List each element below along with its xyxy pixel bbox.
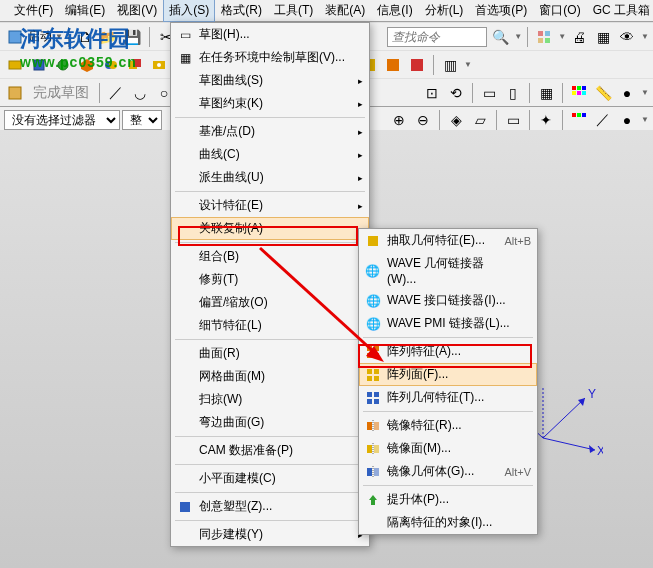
wave-icon: 🌐 (365, 293, 381, 309)
insert-sweep[interactable]: 扫掠(W)▸ (171, 388, 369, 411)
menu-tools[interactable]: 工具(T) (268, 0, 319, 22)
feature-icon[interactable] (4, 54, 26, 76)
submenu-pattern-face[interactable]: 阵列面(F)... (359, 363, 537, 386)
svg-rect-57 (367, 468, 372, 476)
view-fit-icon[interactable]: ⊡ (421, 82, 443, 104)
mirror-feature-icon (365, 418, 381, 434)
submenu-wave-pmi-linker[interactable]: 🌐WAVE PMI 链接器(L)... (359, 312, 537, 335)
svg-rect-3 (538, 38, 543, 43)
insert-trim[interactable]: 修剪(T)▸ (171, 268, 369, 291)
insert-combine[interactable]: 组合(B)▸ (171, 245, 369, 268)
insert-detail-feature[interactable]: 细节特征(L)▸ (171, 314, 369, 337)
insert-flange-surface[interactable]: 弯边曲面(G)▸ (171, 411, 369, 434)
insert-derived-curve[interactable]: 派生曲线(U)▸ (171, 166, 369, 189)
menu-assembly[interactable]: 装配(A) (319, 0, 371, 22)
insert-facet-model[interactable]: 小平面建模(C)▸ (171, 467, 369, 490)
deselect-icon[interactable]: ▯ (502, 82, 524, 104)
submenu-pattern-geometry[interactable]: 阵列几何特征(T)... (359, 386, 537, 409)
pattern-face-icon (365, 367, 381, 383)
selection-filter-combo[interactable]: 没有选择过滤器 (4, 110, 120, 130)
svg-rect-43 (367, 369, 372, 374)
new-icon[interactable]: 🗋 (74, 26, 96, 48)
insert-cam-data[interactable]: CAM 数据准备(P)▸ (171, 439, 369, 462)
insert-curve[interactable]: 曲线(C)▸ (171, 143, 369, 166)
view-rotate-icon[interactable]: ⟲ (445, 82, 467, 104)
menu-view[interactable]: 视图(V) (111, 0, 163, 22)
insert-offset-scale[interactable]: 偏置/缩放(O)▸ (171, 291, 369, 314)
insert-datum[interactable]: 基准/点(D)▸ (171, 120, 369, 143)
menu-format[interactable]: 格式(R) (215, 0, 268, 22)
insert-mesh-surface[interactable]: 网格曲面(M)▸ (171, 365, 369, 388)
revolve-icon[interactable] (52, 54, 74, 76)
svg-rect-44 (374, 369, 379, 374)
insert-sketch-constraint[interactable]: 草图约束(K)▸ (171, 92, 369, 115)
insert-associative-copy[interactable]: 关联复制(A)▸ (171, 217, 369, 240)
sel-btn-7[interactable] (568, 109, 590, 131)
sel-btn-6[interactable]: ✦ (535, 109, 557, 131)
hole-icon[interactable] (148, 54, 170, 76)
sel-btn-4[interactable]: ▱ (469, 109, 491, 131)
submenu-extract-geometry[interactable]: 抽取几何特征(E)...Alt+B (359, 229, 537, 252)
insert-sync-model[interactable]: 同步建模(Y)▸ (171, 523, 369, 546)
submenu-isolate-feature[interactable]: 隔离特征的对象(I)... (359, 511, 537, 534)
unite-icon[interactable] (100, 54, 122, 76)
color-icon[interactable]: ▦ (592, 26, 614, 48)
select-icon[interactable]: ▭ (478, 82, 500, 104)
menu-analysis[interactable]: 分析(L) (419, 0, 470, 22)
menu-preferences[interactable]: 首选项(P) (469, 0, 533, 22)
measure-icon[interactable]: 📏 (592, 82, 614, 104)
sketch-tool-icon[interactable] (4, 82, 26, 104)
command-search[interactable] (387, 27, 487, 47)
svg-rect-38 (368, 236, 378, 246)
menu-window[interactable]: 窗口(O) (533, 0, 586, 22)
sel-btn-2[interactable]: ⊖ (412, 109, 434, 131)
start-menu-button[interactable] (4, 26, 26, 48)
open-icon[interactable]: 📂 (98, 26, 120, 48)
menu-gctools[interactable]: GC 工具箱 (587, 0, 653, 22)
submenu-wave-geo-linker[interactable]: 🌐WAVE 几何链接器(W)... (359, 252, 537, 289)
sel-btn-5[interactable]: ▭ (502, 109, 524, 131)
sel-btn-1[interactable]: ⊕ (388, 109, 410, 131)
insert-surface[interactable]: 曲面(R)▸ (171, 342, 369, 365)
btn-f[interactable]: ▥ (439, 54, 461, 76)
save-icon[interactable]: 💾 (122, 26, 144, 48)
submenu-mirror-feature[interactable]: 镜像特征(R)... (359, 414, 537, 437)
sel-btn-8[interactable]: ／ (592, 109, 614, 131)
submenu-pattern-feature[interactable]: 阵列特征(A)... (359, 340, 537, 363)
block-icon[interactable] (76, 54, 98, 76)
insert-design-feature[interactable]: 设计特征(E)▸ (171, 194, 369, 217)
subtract-icon[interactable] (124, 54, 146, 76)
grid-icon[interactable] (533, 26, 555, 48)
sel-btn-3[interactable]: ◈ (445, 109, 467, 131)
svg-rect-53 (374, 422, 379, 430)
selection-scope-combo[interactable]: 整个 (122, 110, 162, 130)
menu-edit[interactable]: 编辑(E) (59, 0, 111, 22)
material-icon[interactable]: ● (616, 82, 638, 104)
search-icon[interactable]: 🔍 (489, 26, 511, 48)
sel-btn-9[interactable]: ● (616, 109, 638, 131)
insert-sketch-curve[interactable]: 草图曲线(S)▸ (171, 69, 369, 92)
menu-insert[interactable]: 插入(S) (163, 0, 215, 22)
btn-d[interactable] (382, 54, 404, 76)
menu-info[interactable]: 信息(I) (371, 0, 418, 22)
sketch-finish-button[interactable]: 完成草图 (28, 82, 94, 104)
submenu-mirror-face[interactable]: 镜像面(M)... (359, 437, 537, 460)
svg-rect-23 (572, 91, 576, 95)
svg-rect-25 (582, 91, 586, 95)
layer-icon[interactable]: ▦ (535, 82, 557, 104)
submenu-promote-body[interactable]: 提升体(P)... (359, 488, 537, 511)
arc-icon[interactable]: ◡ (129, 82, 151, 104)
menu-file[interactable]: 文件(F) (8, 0, 59, 22)
insert-sketch[interactable]: ▭草图(H)... (171, 23, 369, 46)
print-icon[interactable]: 🖨 (568, 26, 590, 48)
line-icon[interactable]: ／ (105, 82, 127, 104)
command-search-input[interactable] (392, 30, 482, 44)
insert-realize-shape[interactable]: 创意塑型(Z)... (171, 495, 369, 518)
color-palette-icon[interactable] (568, 82, 590, 104)
view-icon[interactable]: 👁 (616, 26, 638, 48)
submenu-mirror-geometry[interactable]: 镜像几何体(G)...Alt+V (359, 460, 537, 483)
extrude-icon[interactable] (28, 54, 50, 76)
btn-e[interactable] (406, 54, 428, 76)
insert-sketch-task[interactable]: ▦在任务环境中绘制草图(V)... (171, 46, 369, 69)
submenu-wave-interface-linker[interactable]: 🌐WAVE 接口链接器(I)... (359, 289, 537, 312)
